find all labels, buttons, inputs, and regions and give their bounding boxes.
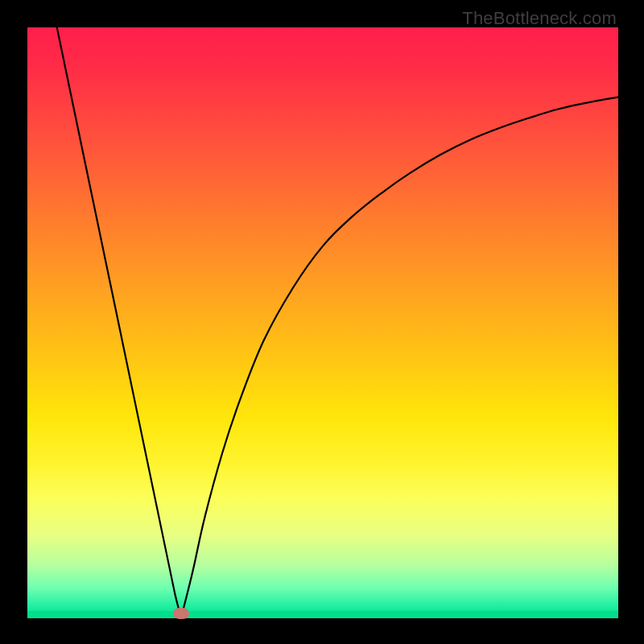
optimum-marker [173,608,189,619]
plot-area [27,27,618,618]
curve-layer [27,27,618,618]
attribution-text: TheBottleneck.com [462,8,617,29]
bottleneck-curve [57,27,618,618]
chart-frame: TheBottleneck.com [0,0,644,644]
